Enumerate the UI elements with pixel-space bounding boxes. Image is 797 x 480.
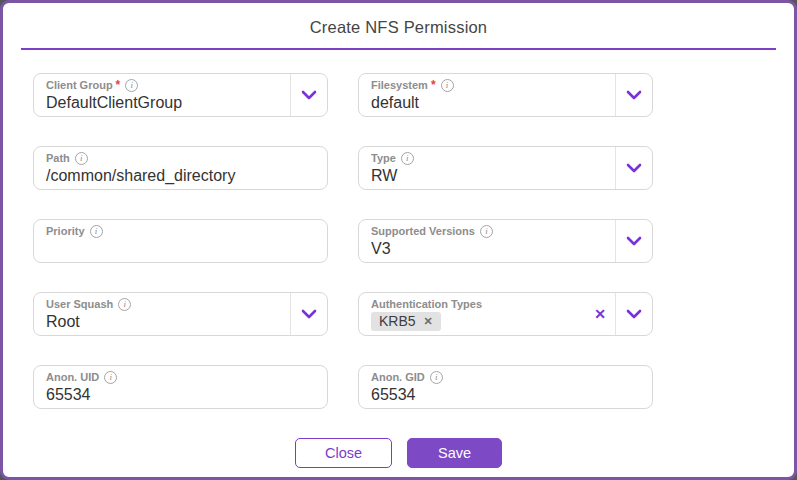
- priority-field[interactable]: Priority i: [33, 219, 328, 263]
- user-squash-select[interactable]: User Squash i Root: [33, 292, 328, 336]
- chevron-down-icon: [626, 236, 642, 246]
- auth-type-tag: KRB5 ✕: [371, 312, 441, 331]
- authentication-types-dropdown-toggle[interactable]: [615, 293, 652, 335]
- filesystem-dropdown-toggle[interactable]: [615, 74, 652, 116]
- required-marker: *: [431, 80, 436, 90]
- type-value[interactable]: RW: [371, 165, 615, 186]
- supported-versions-label: Supported Versions: [371, 225, 475, 237]
- user-squash-value[interactable]: Root: [46, 311, 290, 332]
- path-input[interactable]: [46, 167, 313, 185]
- anon-gid-field[interactable]: Anon. GID i: [358, 365, 653, 409]
- create-nfs-permission-dialog: Create NFS Permission Client Group * i D…: [0, 0, 797, 480]
- clear-selection-icon[interactable]: ✕: [585, 293, 615, 335]
- auth-type-tag-label: KRB5: [379, 313, 416, 329]
- info-icon[interactable]: i: [441, 79, 454, 92]
- supported-versions-value[interactable]: V3: [371, 238, 615, 259]
- info-icon[interactable]: i: [480, 225, 493, 238]
- path-label: Path: [46, 152, 70, 164]
- dialog-header: Create NFS Permission: [21, 3, 776, 50]
- info-icon[interactable]: i: [430, 371, 443, 384]
- path-field[interactable]: Path i: [33, 146, 328, 190]
- type-dropdown-toggle[interactable]: [615, 147, 652, 189]
- filesystem-label: Filesystem: [371, 79, 428, 91]
- priority-label: Priority: [46, 225, 85, 237]
- anon-uid-label: Anon. UID: [46, 371, 99, 383]
- authentication-types-label: Authentication Types: [371, 298, 482, 310]
- info-icon[interactable]: i: [401, 152, 414, 165]
- client-group-dropdown-toggle[interactable]: [290, 74, 327, 116]
- chevron-down-icon: [626, 163, 642, 173]
- authentication-types-multiselect[interactable]: Authentication Types KRB5 ✕ ✕: [358, 292, 653, 336]
- required-marker: *: [116, 80, 121, 90]
- user-squash-label: User Squash: [46, 298, 113, 310]
- anon-gid-label: Anon. GID: [371, 371, 425, 383]
- save-button[interactable]: Save: [407, 438, 502, 468]
- client-group-value[interactable]: DefaultClientGroup: [46, 92, 290, 113]
- supported-versions-dropdown-toggle[interactable]: [615, 220, 652, 262]
- chevron-down-icon: [626, 309, 642, 319]
- info-icon[interactable]: i: [118, 298, 131, 311]
- info-icon[interactable]: i: [75, 152, 88, 165]
- type-label: Type: [371, 152, 396, 164]
- client-group-select[interactable]: Client Group * i DefaultClientGroup: [33, 73, 328, 117]
- priority-input[interactable]: [46, 240, 313, 258]
- client-group-label: Client Group: [46, 79, 113, 91]
- chevron-down-icon: [626, 90, 642, 100]
- form-grid: Client Group * i DefaultClientGroup File…: [33, 73, 653, 409]
- chevron-down-icon: [301, 90, 317, 100]
- dialog-footer: Close Save: [3, 438, 794, 468]
- info-icon[interactable]: i: [90, 225, 103, 238]
- type-select[interactable]: Type i RW: [358, 146, 653, 190]
- info-icon[interactable]: i: [125, 79, 138, 92]
- chevron-down-icon: [301, 309, 317, 319]
- info-icon[interactable]: i: [104, 371, 117, 384]
- filesystem-select[interactable]: Filesystem * i default: [358, 73, 653, 117]
- tag-remove-icon[interactable]: ✕: [424, 315, 433, 328]
- dialog-title: Create NFS Permission: [21, 18, 776, 37]
- anon-uid-field[interactable]: Anon. UID i: [33, 365, 328, 409]
- supported-versions-select[interactable]: Supported Versions i V3: [358, 219, 653, 263]
- close-button[interactable]: Close: [295, 438, 392, 468]
- anon-gid-input[interactable]: [371, 386, 638, 404]
- user-squash-dropdown-toggle[interactable]: [290, 293, 327, 335]
- filesystem-value[interactable]: default: [371, 92, 615, 113]
- anon-uid-input[interactable]: [46, 386, 313, 404]
